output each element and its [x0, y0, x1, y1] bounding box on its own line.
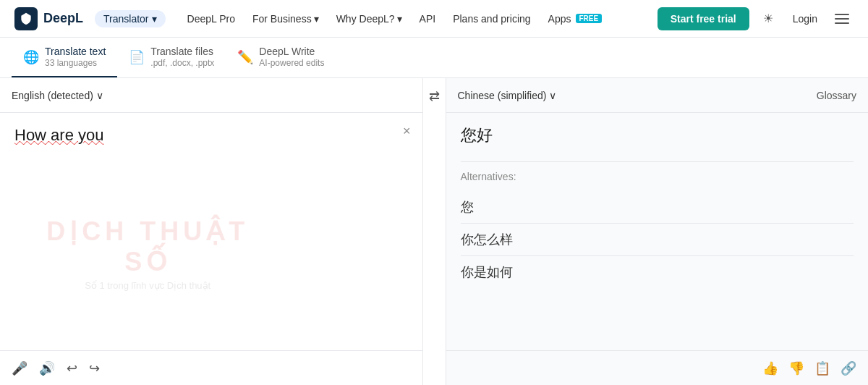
thumbs-down-button[interactable]: 👎: [788, 360, 804, 376]
copy-button[interactable]: 📋: [814, 360, 830, 376]
glossary-button[interactable]: Glossary: [817, 90, 856, 101]
target-bottom-bar: 👍 👎 📋 🔗: [446, 350, 869, 385]
hamburger-menu-button[interactable]: [830, 9, 854, 28]
share-icon: 🔗: [841, 360, 856, 376]
source-language-button[interactable]: English (detected) ∨: [12, 90, 103, 101]
login-button[interactable]: Login: [787, 9, 823, 29]
target-output-area: 您好 Alternatives: 您 你怎么样 你是如何: [446, 113, 869, 350]
nav-apps[interactable]: Apps FREE: [541, 9, 610, 29]
tab-deepl-write[interactable]: ✏️ DeepL Write AI-powered edits: [226, 38, 336, 77]
translated-text: 您好: [461, 124, 854, 147]
nav-right: Start free trial ☀ Login: [658, 7, 854, 30]
theme-toggle-button[interactable]: ☀: [757, 7, 780, 30]
logo-svg: [19, 12, 33, 26]
alternative-item[interactable]: 你是如何: [461, 256, 854, 288]
thumbs-up-icon: 👍: [762, 360, 778, 376]
source-panel: English (detected) ∨ How are you × DỊCH …: [0, 78, 423, 385]
translator-dropdown-btn[interactable]: Translator ▾: [95, 10, 166, 28]
chevron-down-icon: ∨: [96, 90, 103, 101]
swap-languages-button[interactable]: ⇄: [423, 85, 446, 107]
undo-button[interactable]: ↩: [67, 360, 77, 376]
microphone-icon: 🎤: [12, 360, 27, 376]
swap-area: ⇄: [423, 78, 446, 385]
translation-area: English (detected) ∨ How are you × DỊCH …: [0, 78, 868, 385]
target-actions: 👍 👎 📋 🔗: [762, 360, 856, 376]
divider: [461, 161, 854, 162]
pencil-icon: ✏️: [237, 49, 253, 65]
logo-area: DeepL: [14, 7, 83, 30]
thumbs-up-button[interactable]: 👍: [762, 360, 778, 376]
microphone-button[interactable]: 🎤: [12, 360, 27, 376]
sun-icon: ☀: [763, 12, 773, 25]
share-button[interactable]: 🔗: [841, 360, 856, 376]
thumbs-down-icon: 👎: [788, 360, 804, 376]
nav-deepl-pro[interactable]: DeepL Pro: [180, 9, 242, 29]
navbar: DeepL Translator ▾ DeepL Pro For Busines…: [0, 0, 868, 38]
clear-input-button[interactable]: ×: [403, 124, 411, 138]
alternatives-label: Alternatives:: [461, 171, 854, 182]
chevron-down-icon: ▾: [314, 13, 319, 25]
chevron-down-icon: ▾: [152, 13, 157, 25]
nav-links: DeepL Pro For Business ▾ Why DeepL? ▾ AP…: [180, 9, 652, 29]
copy-icon: 📋: [814, 360, 830, 376]
speaker-icon: 🔊: [39, 360, 55, 376]
tabs-bar: 🌐 Translate text 33 languages 📄 Translat…: [0, 38, 868, 78]
undo-icon: ↩: [67, 360, 77, 376]
target-lang-selector: Chinese (simplified) ∨ Glossary: [446, 78, 869, 113]
nav-for-business[interactable]: For Business ▾: [245, 9, 326, 29]
alternative-item[interactable]: 您: [461, 191, 854, 224]
start-free-trial-button[interactable]: Start free trial: [658, 7, 749, 30]
chevron-down-icon: ∨: [549, 90, 556, 101]
alternative-item[interactable]: 你怎么样: [461, 224, 854, 256]
apps-free-badge: FREE: [576, 14, 603, 23]
source-input-area[interactable]: How are you ×: [0, 113, 422, 350]
tab-translate-text[interactable]: 🌐 Translate text 33 languages: [12, 38, 117, 77]
redo-icon: ↪: [89, 360, 100, 376]
deepl-logo-icon: [14, 7, 38, 30]
speak-source-button[interactable]: 🔊: [39, 360, 55, 376]
nav-plans-pricing[interactable]: Plans and pricing: [446, 9, 537, 29]
globe-icon: 🌐: [23, 49, 39, 65]
source-text-display[interactable]: How are you: [14, 124, 408, 147]
nav-why-deepl[interactable]: Why DeepL? ▾: [329, 9, 409, 29]
nav-api[interactable]: API: [412, 9, 443, 29]
file-icon: 📄: [129, 49, 145, 65]
target-panel: Chinese (simplified) ∨ Glossary 您好 Alter…: [446, 78, 869, 385]
source-bottom-bar: 🎤 🔊 ↩ ↪: [0, 350, 422, 385]
source-lang-selector: English (detected) ∨: [0, 78, 422, 113]
redo-button[interactable]: ↪: [89, 360, 100, 376]
deepl-wordmark: DeepL: [43, 11, 83, 26]
target-language-button[interactable]: Chinese (simplified) ∨: [458, 90, 557, 101]
tab-translate-files[interactable]: 📄 Translate files .pdf, .docx, .pptx: [117, 38, 226, 77]
chevron-down-icon: ▾: [397, 13, 402, 25]
